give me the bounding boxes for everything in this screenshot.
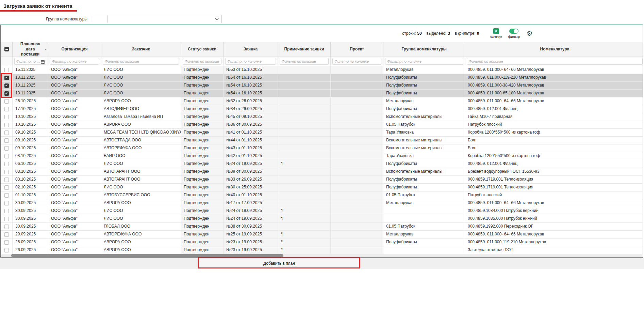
filter-input-note[interactable]	[280, 58, 329, 65]
add-to-plan-button[interactable]: Добавить в план	[199, 259, 359, 268]
select-all-cell[interactable]	[1, 42, 13, 57]
row-checkbox[interactable]	[4, 68, 9, 72]
row-checkbox[interactable]	[4, 162, 9, 166]
column-header-project[interactable]: Проект	[331, 42, 383, 57]
column-header-customer[interactable]: Заказчик	[101, 42, 181, 57]
row-select-cell[interactable]	[1, 66, 13, 74]
filter-input-customer[interactable]	[103, 58, 179, 65]
table-row[interactable]: 09.10.2025ООО "Альфа"АВТОСТРАДА ОООПодтв…	[1, 137, 643, 144]
row-select-cell[interactable]	[1, 152, 13, 160]
table-row[interactable]: 26.09.2025ООО "Альфа"АВРОРА ОООПодтвержд…	[1, 246, 643, 254]
table-row[interactable]: 02.10.2025ООО "Альфа"ЛИС ОООПодтвержден№…	[1, 184, 643, 191]
table-row[interactable]: ✔13.11.2025ООО "Альфа"ЛИС ОООПодтвержден…	[1, 90, 643, 97]
table-row[interactable]: 03.10.2025ООО "Альфа"АВТОГАРАНТ ОООПодтв…	[1, 176, 643, 184]
table-row[interactable]: 26.09.2025ООО "Альфа"АВРОРА ОООПодтвержд…	[1, 239, 643, 246]
table-row[interactable]: 09.10.2025ООО "Альфа"АВТОРЕФУФА ОООПодтв…	[1, 144, 643, 152]
row-select-cell[interactable]	[1, 137, 13, 144]
table-row[interactable]: 10.10.2025ООО "Альфа"Авзалова Тамара Гив…	[1, 113, 643, 121]
row-select-cell[interactable]	[1, 121, 13, 128]
column-header-group[interactable]: Группа номенклатуры	[383, 42, 465, 57]
row-select-cell[interactable]	[1, 199, 13, 207]
row-checkbox[interactable]	[4, 107, 9, 111]
row-select-cell[interactable]	[1, 231, 13, 238]
row-select-cell[interactable]	[1, 105, 13, 113]
row-select-cell[interactable]	[1, 246, 13, 254]
row-select-cell[interactable]	[1, 191, 13, 199]
row-checkbox[interactable]	[4, 193, 9, 198]
row-select-cell[interactable]	[1, 160, 13, 168]
column-header-status[interactable]: Статус заявки	[181, 42, 224, 57]
row-checkbox[interactable]: ✔	[4, 83, 9, 88]
nomenclature-group-select[interactable]	[107, 15, 222, 23]
row-checkbox[interactable]	[4, 123, 9, 127]
filter-input-nomenclature[interactable]	[467, 58, 643, 65]
column-header-date[interactable]: Плановая дата поставки▼	[13, 42, 48, 57]
row-checkbox[interactable]	[4, 232, 9, 237]
row-checkbox[interactable]	[4, 225, 9, 229]
row-checkbox[interactable]	[4, 99, 9, 104]
column-header-org[interactable]: Организация	[48, 42, 101, 57]
row-checkbox[interactable]	[4, 130, 9, 135]
row-select-cell[interactable]	[1, 129, 13, 136]
nomenclature-group-code-input[interactable]	[90, 15, 108, 23]
table-row[interactable]: 01.10.2025ООО "Альфа"АВТОБУССЕРВИС ОООПо…	[1, 191, 643, 199]
horizontal-scrollbar-thumb[interactable]	[11, 254, 283, 257]
filter-input-group[interactable]	[385, 58, 463, 65]
gear-icon[interactable]: ⚙	[527, 30, 533, 37]
row-select-cell[interactable]	[1, 215, 13, 222]
horizontal-scrollbar-track[interactable]	[1, 254, 642, 257]
row-select-cell[interactable]: ✔	[1, 82, 13, 89]
row-checkbox[interactable]: ✔	[4, 91, 9, 96]
table-row[interactable]: 30.09.2025ООО "Альфа"ГЛОБАЛ ОООПодтвержд…	[1, 223, 643, 231]
table-row[interactable]: 30.09.2025ООО "Альфа"ЛИС ОООПодтвержден№…	[1, 207, 643, 215]
row-checkbox[interactable]	[4, 178, 9, 182]
filter-input-request[interactable]	[225, 58, 276, 65]
row-checkbox[interactable]	[4, 138, 9, 143]
table-row[interactable]: 29.09.2025ООО "Альфа"АВТОРЕФУФА ОООПодтв…	[1, 231, 643, 239]
export-button[interactable]: X экспорт	[490, 28, 502, 39]
filter-input-status[interactable]	[183, 58, 221, 65]
table-row[interactable]: 08.10.2025ООО "Альфа"БАИР ОООПодтвержден…	[1, 152, 643, 160]
row-select-cell[interactable]	[1, 176, 13, 183]
row-select-cell[interactable]	[1, 207, 13, 215]
row-checkbox[interactable]	[4, 154, 9, 158]
row-select-cell[interactable]: ✔	[1, 90, 13, 97]
filter-input-org[interactable]	[50, 58, 99, 65]
filter-toggle[interactable]: фильтр	[508, 29, 520, 39]
row-checkbox[interactable]	[4, 209, 9, 213]
row-checkbox[interactable]	[4, 217, 9, 221]
row-select-cell[interactable]	[1, 168, 13, 175]
column-header-nomenclature[interactable]: Номенклатура	[465, 42, 644, 57]
sort-desc-icon[interactable]: ▼	[45, 48, 47, 50]
row-select-cell[interactable]	[1, 97, 13, 105]
row-checkbox[interactable]	[4, 185, 9, 190]
row-checkbox[interactable]	[4, 248, 9, 252]
row-checkbox[interactable]	[4, 146, 9, 151]
table-row[interactable]: 30.09.2025ООО "Альфа"АВРОРА ОООПодтвержд…	[1, 199, 643, 207]
row-checkbox[interactable]	[4, 201, 9, 205]
table-row[interactable]: 26.10.2025ООО "Альфа"АВРОРА ОООПодтвержд…	[1, 97, 643, 105]
row-select-cell[interactable]	[1, 223, 13, 230]
row-select-cell[interactable]	[1, 113, 13, 121]
table-row[interactable]: 30.09.2025ООО "Альфа"ЛИС ОООПодтвержден№…	[1, 215, 643, 223]
row-select-cell[interactable]	[1, 239, 13, 246]
row-checkbox[interactable]	[4, 115, 9, 119]
table-row[interactable]: 10.10.2025ООО "Альфа"АВРОРА ОООПодтвержд…	[1, 121, 643, 129]
filter-input-project[interactable]	[332, 58, 381, 65]
calendar-icon[interactable]	[41, 59, 45, 65]
column-header-note[interactable]: Примечание заявки	[278, 42, 331, 57]
row-checkbox[interactable]	[4, 240, 9, 245]
column-header-request[interactable]: Заявка	[224, 42, 278, 57]
toggle-on-icon[interactable]	[509, 29, 518, 34]
table-row[interactable]: 03.10.2025ООО "Альфа"АВТОГАРАНТ ОООПодтв…	[1, 168, 643, 176]
table-row[interactable]: 17.10.2025ООО "Альфа"АВТОДИФЕР ОООПодтве…	[1, 105, 643, 113]
table-row[interactable]: 06.10.2025ООО "Альфа"ЛИС ОООПодтвержден№…	[1, 160, 643, 168]
table-row[interactable]: 09.10.2025ООО "Альфа"MEGA TEAM TECH LTD …	[1, 129, 643, 137]
table-row[interactable]: ✔13.11.2025ООО "Альфа"ЛИС ОООПодтвержден…	[1, 74, 643, 82]
row-checkbox[interactable]: ✔	[4, 76, 9, 80]
row-select-cell[interactable]	[1, 184, 13, 191]
select-all-checkbox[interactable]	[4, 47, 9, 51]
table-row[interactable]: 15.11.2025ООО "Альфа"ЛИС ОООПодтвержден№…	[1, 66, 643, 74]
row-select-cell[interactable]	[1, 144, 13, 152]
row-select-cell[interactable]: ✔	[1, 74, 13, 81]
